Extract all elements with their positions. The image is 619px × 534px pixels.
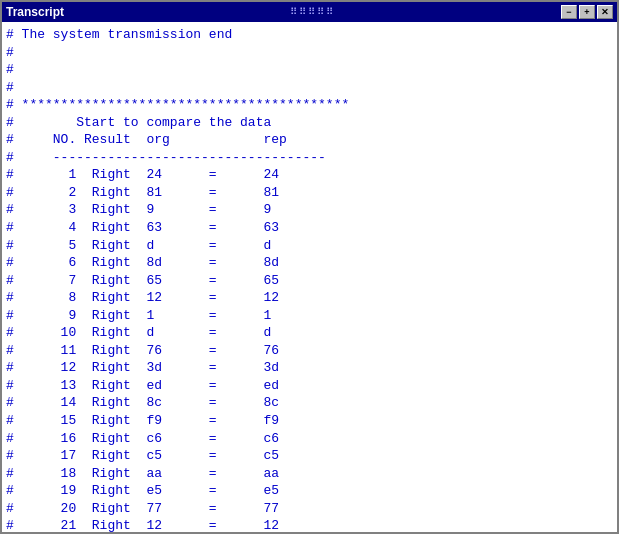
transcript-scroll[interactable]: # The system transmission end # # # # **… [2, 22, 617, 532]
transcript-text: # The system transmission end # # # # **… [6, 26, 613, 532]
titlebar: Transcript ⠿⠿⠿⠿⠿ − + ✕ [2, 2, 617, 22]
titlebar-controls: − + ✕ [561, 5, 613, 19]
minimize-button[interactable]: − [561, 5, 577, 19]
window: Transcript ⠿⠿⠿⠿⠿ − + ✕ # The system tran… [0, 0, 619, 534]
titlebar-grip: ⠿⠿⠿⠿⠿ [64, 6, 561, 18]
window-title: Transcript [6, 5, 64, 19]
close-button[interactable]: ✕ [597, 5, 613, 19]
content-area: # The system transmission end # # # # **… [2, 22, 617, 532]
maximize-button[interactable]: + [579, 5, 595, 19]
